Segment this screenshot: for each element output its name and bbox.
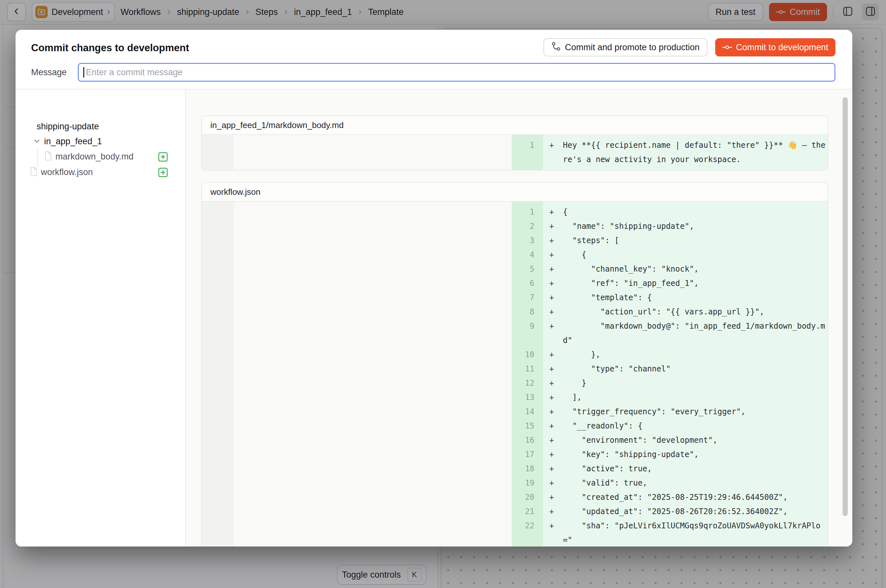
new-line-number: 14	[512, 405, 543, 419]
new-line-content: + "markdown_body@": "in_app_feed_1/markd…	[543, 319, 828, 348]
new-line-content: + "steps": [	[543, 233, 828, 248]
tree-group-in-app-feed[interactable]: in_app_feed_1	[33, 136, 102, 147]
file-icon	[30, 167, 37, 177]
old-line-content	[234, 504, 512, 519]
modal-scrollbar[interactable]	[843, 97, 848, 516]
diff-line: 20+ "created_at": "2025-08-25T19:29:46.6…	[202, 490, 828, 504]
old-line-gutter	[202, 319, 234, 348]
new-line-number: 5	[512, 262, 543, 276]
old-line-content	[234, 490, 512, 504]
diff-line-text: "action_url": "{{ vars.app_url }}",	[563, 305, 826, 319]
diff-add-marker: +	[543, 276, 563, 290]
new-line-number: 4	[512, 248, 543, 262]
old-line-content	[234, 433, 512, 447]
diff-line: 12+ }	[202, 376, 828, 390]
diff-line-text: "key": "shipping-update",	[563, 447, 826, 462]
file-icon	[45, 152, 52, 162]
old-line-gutter	[202, 348, 234, 362]
old-line-content	[234, 419, 512, 433]
diff-add-marker: +	[543, 262, 563, 276]
new-line-content: + "key": "shipping-update",	[543, 447, 828, 462]
diff-add-marker: +	[543, 233, 563, 248]
old-line-gutter	[202, 138, 234, 166]
old-line-gutter	[202, 405, 234, 419]
diff-line-text: Hey **{{ recipient.name | default: "ther…	[563, 138, 826, 166]
new-line-number: 12	[512, 376, 543, 390]
new-line-number: 21	[512, 504, 543, 519]
new-line-content: + "type": "channel"	[543, 362, 828, 376]
diff-line-text: "name": "shipping-update",	[563, 219, 826, 233]
commit-promote-button[interactable]: Commit and promote to production	[543, 38, 708, 56]
new-line-number: 9	[512, 319, 543, 348]
commit-modal: Commit changes to development Commit and…	[15, 30, 852, 546]
added-file-badge[interactable]	[158, 167, 168, 178]
diff-line-text: "trigger_frequency": "every_trigger",	[563, 405, 826, 419]
old-line-gutter	[202, 248, 234, 262]
old-line-gutter	[202, 305, 234, 319]
old-line-content	[234, 376, 512, 390]
diff-line: 22+ "sha": "pJeLVir6xIlUCMGqs9qroZoUAVDS…	[202, 519, 828, 546]
new-line-content: + "__readonly": {	[543, 419, 828, 433]
diff-line-text: {	[563, 205, 826, 219]
diff-line: 14+ "trigger_frequency": "every_trigger"…	[202, 405, 828, 419]
diff-line-text: "type": "channel"	[563, 362, 826, 376]
old-line-content	[234, 305, 512, 319]
old-line-content	[234, 248, 512, 262]
diff-line-text: },	[563, 348, 826, 362]
old-line-gutter	[202, 433, 234, 447]
new-line-number: 7	[512, 290, 543, 305]
old-line-gutter	[202, 447, 234, 462]
old-line-gutter	[202, 233, 234, 248]
commit-to-development-button[interactable]: Commit to development	[715, 38, 835, 56]
new-line-content: + "action_url": "{{ vars.app_url }}",	[543, 305, 828, 319]
diff-add-marker: +	[543, 348, 563, 362]
diff-add-marker: +	[543, 476, 563, 490]
diff-body: 1+Hey **{{ recipient.name | default: "th…	[202, 135, 828, 170]
diff-line-text: "markdown_body@": "in_app_feed_1/markdow…	[563, 319, 826, 348]
diff-line-text: "updated_at": "2025-08-26T20:26:52.36400…	[563, 504, 826, 519]
diff-line: 4+ {	[202, 248, 828, 262]
old-line-gutter	[202, 376, 234, 390]
new-line-content: + "environment": "development",	[543, 433, 828, 447]
new-line-number: 11	[512, 362, 543, 376]
diff-add-marker: +	[543, 504, 563, 519]
new-line-content: + "name": "shipping-update",	[543, 219, 828, 233]
diff-line-text: "ref": "in_app_feed_1",	[563, 276, 826, 290]
new-line-number: 8	[512, 305, 543, 319]
old-line-content	[234, 405, 512, 419]
diff-body: 1+{2+ "name": "shipping-update",3+ "step…	[202, 202, 828, 546]
diff-line: 21+ "updated_at": "2025-08-26T20:26:52.3…	[202, 504, 828, 519]
diff-line: 8+ "action_url": "{{ vars.app_url }}",	[202, 305, 828, 319]
new-line-number: 6	[512, 276, 543, 290]
diff-add-marker: +	[543, 419, 563, 433]
diff-add-marker: +	[543, 490, 563, 504]
diff-line: 2+ "name": "shipping-update",	[202, 219, 828, 233]
old-line-content	[234, 519, 512, 546]
diff-add-marker: +	[543, 319, 563, 333]
added-file-badge[interactable]	[158, 152, 168, 162]
diff-line: 1+Hey **{{ recipient.name | default: "th…	[202, 138, 828, 166]
diff-line-text: "steps": [	[563, 233, 826, 248]
diff-add-marker: +	[543, 462, 563, 476]
old-line-content	[234, 476, 512, 490]
new-line-content: + "trigger_frequency": "every_trigger",	[543, 405, 828, 419]
new-line-number: 10	[512, 348, 543, 362]
diff-add-marker: +	[543, 205, 563, 219]
diff-add-marker: +	[543, 219, 563, 233]
new-line-content: + },	[543, 348, 828, 362]
new-line-number: 18	[512, 462, 543, 476]
new-line-content: + {	[543, 248, 828, 262]
diff-line: 15+ "__readonly": {	[202, 419, 828, 433]
diff-line-text: ],	[563, 390, 826, 405]
diff-line: 10+ },	[202, 348, 828, 362]
tree-file-workflow-json[interactable]: workflow.json	[30, 167, 93, 177]
commit-message-input[interactable]	[78, 63, 835, 82]
old-line-content	[234, 447, 512, 462]
tree-file-markdown-body[interactable]: markdown_body.md	[45, 152, 133, 162]
new-line-content: + "sha": "pJeLVir6xIlUCMGqs9qroZoUAVDSwA…	[543, 519, 828, 546]
old-line-content	[234, 390, 512, 405]
diff-line: 7+ "template": {	[202, 290, 828, 305]
new-line-content: + "template": {	[543, 290, 828, 305]
new-line-content: + "ref": "in_app_feed_1",	[543, 276, 828, 290]
new-line-number: 20	[512, 490, 543, 504]
